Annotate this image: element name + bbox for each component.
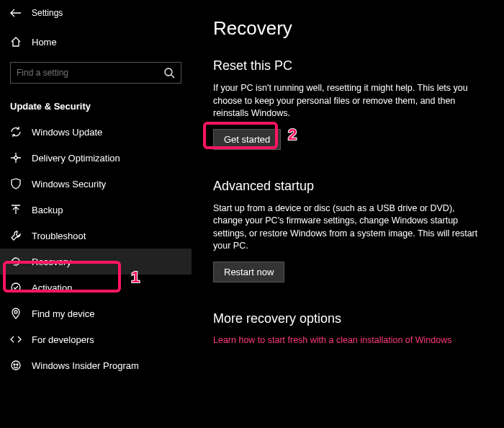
sidebar-item-windows-update[interactable]: Windows Update — [0, 119, 192, 145]
advanced-description: Start up from a device or disc (such as … — [213, 202, 487, 253]
svg-point-2 — [12, 283, 20, 292]
reset-description: If your PC isn't running well, resetting… — [213, 82, 487, 120]
annotation-number-2: 2 — [288, 125, 297, 144]
sidebar-item-label: Windows Security — [32, 179, 106, 190]
sidebar-item-label: For developers — [32, 334, 94, 345]
sidebar-item-label: Windows Insider Program — [32, 360, 139, 371]
category-title: Update & Security — [0, 91, 192, 119]
annotation-number-1: 1 — [131, 268, 140, 287]
activation-icon — [10, 282, 22, 293]
search-icon — [163, 67, 175, 79]
header-row: Settings — [0, 4, 192, 29]
restart-now-button[interactable]: Restart now — [213, 262, 284, 282]
insider-icon — [10, 360, 22, 371]
sidebar-item-windows-security[interactable]: Windows Security — [0, 171, 192, 197]
svg-point-1 — [14, 156, 17, 159]
wrench-icon — [10, 230, 22, 241]
svg-point-0 — [165, 68, 172, 76]
recovery-icon — [10, 256, 22, 267]
shield-icon — [10, 178, 22, 190]
search-input[interactable] — [17, 68, 146, 78]
sidebar-item-find-my-device[interactable]: Find my device — [0, 300, 192, 326]
location-icon — [10, 308, 22, 319]
sidebar-item-windows-insider[interactable]: Windows Insider Program — [0, 352, 192, 378]
backup-icon — [10, 204, 22, 215]
sidebar: Settings Home Update & Security Windows … — [0, 0, 192, 428]
page-title: Recovery — [213, 17, 487, 40]
sidebar-item-activation[interactable]: Activation — [0, 275, 192, 300]
home-label: Home — [32, 37, 57, 48]
back-icon[interactable] — [10, 7, 22, 19]
home-icon — [10, 36, 22, 48]
svg-point-4 — [12, 361, 20, 370]
sidebar-item-delivery-optimization[interactable]: Delivery Optimization — [0, 145, 192, 171]
code-icon — [10, 334, 22, 345]
fresh-install-link[interactable]: Learn how to start fresh with a clean in… — [213, 335, 487, 345]
sidebar-item-label: Activation — [32, 282, 72, 293]
sidebar-item-troubleshoot[interactable]: Troubleshoot — [0, 223, 192, 249]
sidebar-item-label: Windows Update — [32, 127, 102, 138]
sidebar-item-recovery[interactable]: Recovery — [0, 249, 192, 275]
advanced-heading: Advanced startup — [213, 179, 487, 194]
svg-point-3 — [14, 311, 17, 313]
more-heading: More recovery options — [213, 311, 487, 326]
get-started-button[interactable]: Get started — [213, 129, 281, 150]
delivery-icon — [10, 152, 22, 164]
sidebar-item-label: Troubleshoot — [32, 231, 86, 241]
main-content: Recovery Reset this PC If your PC isn't … — [192, 0, 504, 428]
reset-heading: Reset this PC — [213, 58, 487, 73]
sidebar-item-for-developers[interactable]: For developers — [0, 326, 192, 352]
update-icon — [10, 126, 22, 138]
sidebar-item-label: Delivery Optimization — [32, 153, 120, 164]
window-title: Settings — [32, 8, 63, 18]
sidebar-item-label: Find my device — [32, 308, 94, 319]
sidebar-item-backup[interactable]: Backup — [0, 197, 192, 223]
svg-point-5 — [14, 364, 15, 365]
sidebar-item-label: Backup — [32, 205, 63, 215]
svg-point-6 — [17, 364, 18, 365]
sidebar-item-label: Recovery — [32, 257, 71, 267]
search-box[interactable] — [10, 62, 181, 84]
home-link[interactable]: Home — [0, 29, 192, 55]
